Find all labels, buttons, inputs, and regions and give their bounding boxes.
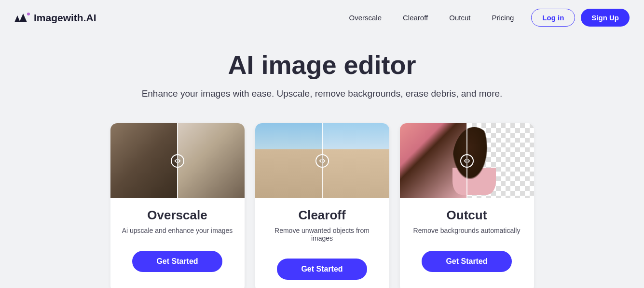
card-image-clearoff	[255, 123, 389, 198]
nav-link-overscale[interactable]: Overscale	[349, 14, 382, 22]
hero: AI image editor Enhance your images with…	[0, 50, 644, 99]
get-started-button[interactable]: Get Started	[132, 251, 222, 272]
card-title: Outcut	[409, 208, 525, 223]
nav-links: Overscale Clearoff Outcut Pricing	[349, 14, 514, 22]
login-button[interactable]: Log in	[531, 9, 575, 27]
card-desc: Ai upscale and enhance your images	[119, 227, 236, 234]
nav-link-pricing[interactable]: Pricing	[492, 14, 514, 22]
compare-slider-icon[interactable]	[315, 154, 329, 168]
logo-icon	[14, 14, 30, 22]
header: Imagewith.AI Overscale Clearoff Outcut P…	[0, 0, 644, 35]
brand-logo[interactable]: Imagewith.AI	[14, 12, 96, 24]
card-desc: Remove unwanted objects from images	[264, 227, 381, 242]
nav-link-clearoff[interactable]: Clearoff	[403, 14, 428, 22]
compare-slider-icon[interactable]	[460, 154, 474, 168]
compare-slider-icon[interactable]	[171, 154, 184, 168]
card-title: Overscale	[119, 208, 236, 223]
get-started-button[interactable]: Get Started	[277, 259, 367, 280]
nav-link-outcut[interactable]: Outcut	[449, 14, 470, 22]
card-overscale: Overscale Ai upscale and enhance your im…	[110, 123, 245, 288]
brand-name: Imagewith.AI	[34, 12, 96, 24]
signup-button[interactable]: Sign Up	[581, 9, 630, 27]
auth-buttons: Log in Sign Up	[531, 9, 630, 27]
card-image-overscale	[110, 123, 245, 198]
page-title: AI image editor	[0, 50, 644, 80]
nav-right: Overscale Clearoff Outcut Pricing Log in…	[349, 9, 630, 27]
card-outcut: Outcut Remove backgrounds automatically …	[400, 123, 534, 288]
card-title: Clearoff	[264, 208, 381, 223]
card-image-outcut	[400, 123, 534, 198]
card-desc: Remove backgrounds automatically	[409, 227, 525, 234]
feature-cards: Overscale Ai upscale and enhance your im…	[0, 123, 644, 288]
card-clearoff: Clearoff Remove unwanted objects from im…	[255, 123, 389, 288]
get-started-button[interactable]: Get Started	[422, 251, 511, 272]
page-subtitle: Enhance your images with ease. Upscale, …	[0, 88, 644, 99]
